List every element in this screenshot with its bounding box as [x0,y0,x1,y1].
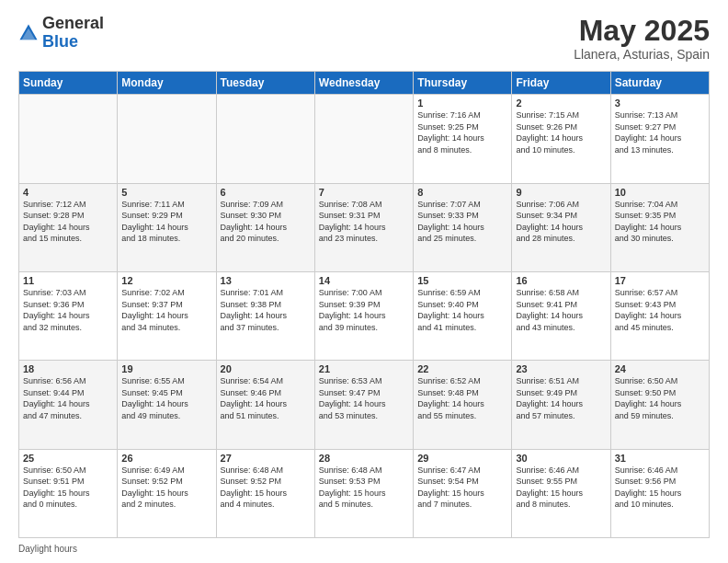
calendar-cell: 10Sunrise: 7:04 AM Sunset: 9:35 PM Dayli… [610,183,709,271]
calendar-week-row: 18Sunrise: 6:56 AM Sunset: 9:44 PM Dayli… [19,361,710,449]
calendar-cell: 14Sunrise: 7:00 AM Sunset: 9:39 PM Dayli… [314,271,413,360]
day-number: 20 [221,363,311,374]
day-number: 18 [23,363,113,374]
calendar-week-row: 25Sunrise: 6:50 AM Sunset: 9:51 PM Dayli… [19,449,710,537]
day-info: Sunrise: 6:50 AM Sunset: 9:50 PM Dayligh… [615,375,705,421]
day-number: 10 [615,187,705,198]
day-number: 13 [221,275,311,286]
day-info: Sunrise: 6:58 AM Sunset: 9:41 PM Dayligh… [516,287,606,333]
day-number: 15 [417,275,507,286]
calendar-cell: 3Sunrise: 7:13 AM Sunset: 9:27 PM Daylig… [610,95,709,183]
day-number: 28 [319,453,409,464]
day-info: Sunrise: 7:03 AM Sunset: 9:36 PM Dayligh… [23,287,113,333]
weekday-header: Tuesday [216,72,314,95]
logo-text: General Blue [42,15,104,52]
day-info: Sunrise: 6:52 AM Sunset: 9:48 PM Dayligh… [417,375,507,421]
calendar-cell: 23Sunrise: 6:51 AM Sunset: 9:49 PM Dayli… [512,361,610,449]
day-info: Sunrise: 6:57 AM Sunset: 9:43 PM Dayligh… [615,287,705,333]
day-info: Sunrise: 7:15 AM Sunset: 9:26 PM Dayligh… [516,109,606,155]
weekday-header: Friday [512,72,610,95]
weekday-header: Thursday [414,72,512,95]
day-number: 19 [121,363,211,374]
calendar-cell: 18Sunrise: 6:56 AM Sunset: 9:44 PM Dayli… [19,361,118,449]
weekday-header: Monday [118,72,216,95]
day-info: Sunrise: 7:16 AM Sunset: 9:25 PM Dayligh… [417,109,507,155]
calendar-cell [118,95,216,183]
day-number: 12 [121,275,211,286]
location: Llanera, Asturias, Spain [574,47,710,62]
day-info: Sunrise: 7:02 AM Sunset: 9:37 PM Dayligh… [121,287,211,333]
calendar-cell: 11Sunrise: 7:03 AM Sunset: 9:36 PM Dayli… [19,271,118,360]
day-info: Sunrise: 6:54 AM Sunset: 9:46 PM Dayligh… [221,375,311,421]
day-info: Sunrise: 6:48 AM Sunset: 9:52 PM Dayligh… [221,465,311,511]
day-number: 21 [319,363,409,374]
calendar-cell: 17Sunrise: 6:57 AM Sunset: 9:43 PM Dayli… [610,271,709,360]
calendar-table: SundayMondayTuesdayWednesdayThursdayFrid… [18,71,710,538]
day-number: 17 [615,275,705,286]
calendar-cell: 25Sunrise: 6:50 AM Sunset: 9:51 PM Dayli… [19,449,118,537]
calendar-cell: 12Sunrise: 7:02 AM Sunset: 9:37 PM Dayli… [118,271,216,360]
day-info: Sunrise: 6:50 AM Sunset: 9:51 PM Dayligh… [23,465,113,511]
day-info: Sunrise: 6:56 AM Sunset: 9:44 PM Dayligh… [23,375,113,421]
daylight-label: Daylight hours [18,544,77,554]
day-info: Sunrise: 7:08 AM Sunset: 9:31 PM Dayligh… [319,199,409,245]
day-number: 22 [417,363,507,374]
logo: General Blue [18,15,104,52]
calendar-week-row: 4Sunrise: 7:12 AM Sunset: 9:28 PM Daylig… [19,183,710,271]
day-info: Sunrise: 6:55 AM Sunset: 9:45 PM Dayligh… [121,375,211,421]
calendar-cell: 28Sunrise: 6:48 AM Sunset: 9:53 PM Dayli… [314,449,413,537]
day-number: 31 [615,453,705,464]
day-number: 7 [319,187,409,198]
day-number: 23 [516,363,606,374]
calendar-cell: 6Sunrise: 7:09 AM Sunset: 9:30 PM Daylig… [216,183,314,271]
calendar-cell: 21Sunrise: 6:53 AM Sunset: 9:47 PM Dayli… [314,361,413,449]
day-number: 16 [516,275,606,286]
calendar-cell: 26Sunrise: 6:49 AM Sunset: 9:52 PM Dayli… [118,449,216,537]
day-info: Sunrise: 7:13 AM Sunset: 9:27 PM Dayligh… [615,109,705,155]
day-info: Sunrise: 7:00 AM Sunset: 9:39 PM Dayligh… [319,287,409,333]
day-number: 29 [417,453,507,464]
calendar-cell: 19Sunrise: 6:55 AM Sunset: 9:45 PM Dayli… [118,361,216,449]
day-info: Sunrise: 7:11 AM Sunset: 9:29 PM Dayligh… [121,199,211,245]
weekday-header: Sunday [19,72,118,95]
calendar-cell [314,95,413,183]
day-info: Sunrise: 6:51 AM Sunset: 9:49 PM Dayligh… [516,375,606,421]
day-number: 4 [23,187,113,198]
month-title: May 2025 [574,15,710,47]
day-number: 24 [615,363,705,374]
weekday-header: Saturday [610,72,709,95]
calendar-cell [19,95,118,183]
logo-general: General [42,14,104,32]
calendar-week-row: 11Sunrise: 7:03 AM Sunset: 9:36 PM Dayli… [19,271,710,360]
day-number: 2 [516,98,606,109]
day-info: Sunrise: 6:46 AM Sunset: 9:56 PM Dayligh… [615,465,705,511]
day-number: 30 [516,453,606,464]
calendar-cell: 5Sunrise: 7:11 AM Sunset: 9:29 PM Daylig… [118,183,216,271]
calendar-cell: 7Sunrise: 7:08 AM Sunset: 9:31 PM Daylig… [314,183,413,271]
calendar-cell: 15Sunrise: 6:59 AM Sunset: 9:40 PM Dayli… [414,271,512,360]
calendar-cell: 24Sunrise: 6:50 AM Sunset: 9:50 PM Dayli… [610,361,709,449]
weekday-header: Wednesday [314,72,413,95]
calendar-cell: 8Sunrise: 7:07 AM Sunset: 9:33 PM Daylig… [414,183,512,271]
header: General Blue May 2025 Llanera, Asturias,… [18,15,710,62]
day-number: 26 [121,453,211,464]
day-info: Sunrise: 6:59 AM Sunset: 9:40 PM Dayligh… [417,287,507,333]
calendar-cell: 27Sunrise: 6:48 AM Sunset: 9:52 PM Dayli… [216,449,314,537]
page: General Blue May 2025 Llanera, Asturias,… [0,0,728,563]
calendar-week-row: 1Sunrise: 7:16 AM Sunset: 9:25 PM Daylig… [19,95,710,183]
day-info: Sunrise: 7:12 AM Sunset: 9:28 PM Dayligh… [23,199,113,245]
calendar-cell: 4Sunrise: 7:12 AM Sunset: 9:28 PM Daylig… [19,183,118,271]
calendar-cell: 9Sunrise: 7:06 AM Sunset: 9:34 PM Daylig… [512,183,610,271]
day-number: 27 [221,453,311,464]
day-info: Sunrise: 7:01 AM Sunset: 9:38 PM Dayligh… [221,287,311,333]
day-number: 9 [516,187,606,198]
day-info: Sunrise: 6:53 AM Sunset: 9:47 PM Dayligh… [319,375,409,421]
logo-icon [18,23,39,43]
calendar-cell: 1Sunrise: 7:16 AM Sunset: 9:25 PM Daylig… [414,95,512,183]
day-number: 1 [417,98,507,109]
day-number: 25 [23,453,113,464]
weekday-header-row: SundayMondayTuesdayWednesdayThursdayFrid… [19,72,710,95]
day-info: Sunrise: 7:06 AM Sunset: 9:34 PM Dayligh… [516,199,606,245]
day-info: Sunrise: 6:48 AM Sunset: 9:53 PM Dayligh… [319,465,409,511]
day-info: Sunrise: 6:49 AM Sunset: 9:52 PM Dayligh… [121,465,211,511]
